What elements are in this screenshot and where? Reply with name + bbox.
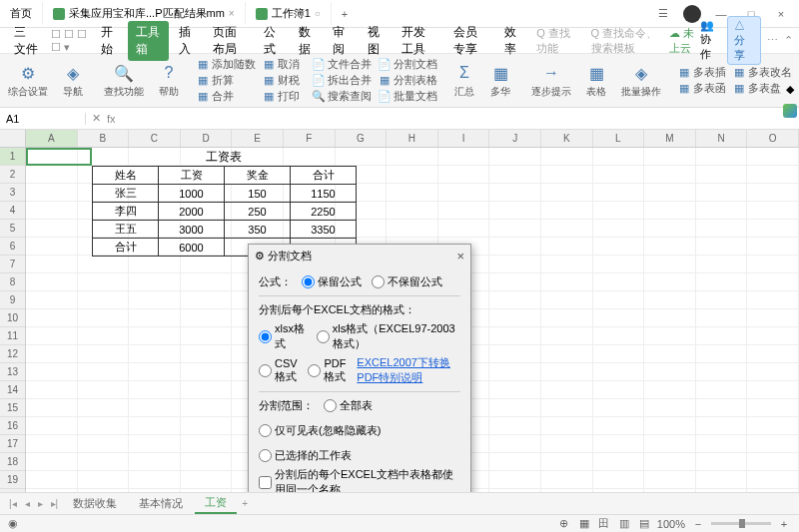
sheet-nav-prev[interactable]: ◂ [22,498,33,509]
row-header[interactable]: 7 [0,256,25,273]
fx-button[interactable]: fx [107,113,116,125]
radio-drop-formula[interactable]: 不保留公式 [372,274,442,289]
col-header[interactable]: J [489,130,541,147]
radio-selected[interactable]: 已选择的工作表 [259,448,352,463]
ribbon-item[interactable]: 📄分割文档 [378,57,437,72]
sheet-tab[interactable]: 基本情况 [129,494,193,513]
col-header[interactable]: L [593,130,645,147]
row-header[interactable]: 18 [0,453,25,471]
col-header[interactable]: F [284,130,336,147]
radio-visible[interactable]: 仅可见表(忽略隐藏表) [259,423,381,438]
row-header[interactable]: 8 [0,273,25,291]
col-header[interactable]: M [644,130,696,147]
menu-layout[interactable]: 页面布局 [205,21,254,61]
sheet-tab-active[interactable]: 工资 [195,493,237,514]
ribbon-item[interactable]: ▦分割表格 [378,73,437,88]
ribbon-settings[interactable]: ⚙综合设置 [4,62,52,99]
close-icon[interactable]: ○ [315,8,321,19]
share-button[interactable]: △ 分享 [727,16,761,65]
col-header[interactable]: K [541,130,593,147]
menu-view[interactable]: 视图 [360,21,393,61]
table-cell[interactable]: 1150 [291,185,357,203]
col-header[interactable]: B [78,130,130,147]
more-icon[interactable]: ⋯ [767,34,778,47]
view-icon[interactable]: ▦ [577,517,591,531]
col-header[interactable]: D [181,130,233,147]
menu-member[interactable]: 会员专享 [445,21,494,61]
radio-xls[interactable]: xls格式（EXCEL97-2003格式） [317,321,460,351]
sheet-tab[interactable]: 数据收集 [63,494,127,513]
ribbon-item[interactable]: 📄批量文档 [378,89,437,104]
view-break-icon[interactable]: ▤ [637,517,651,531]
ribbon-table[interactable]: ▦表格 [581,62,611,99]
row-header[interactable]: 2 [0,166,25,184]
name-box[interactable]: A1 [0,113,86,125]
row-header[interactable]: 17 [0,435,25,453]
record-icon[interactable]: ◉ [8,517,18,530]
ribbon-hint[interactable]: →逐步提示 [527,62,575,99]
search-feature[interactable]: Q 查找功能 [536,26,574,56]
view-normal-icon[interactable]: 田 [597,517,611,531]
table-cell[interactable]: 张三 [93,185,159,203]
pdf-help-link[interactable]: EXCEL2007下转换PDF特别说明 [357,355,460,385]
row-header[interactable]: 15 [0,399,25,417]
zoom-slider[interactable] [711,522,771,525]
table-cell[interactable]: 150 [225,185,291,203]
ribbon-item[interactable]: 📄文件合并 [312,57,372,72]
ribbon-item[interactable]: ▦打印 [262,89,300,104]
file-menu[interactable]: 三 文件 [6,21,49,61]
col-header[interactable]: N [696,130,748,147]
coop-button[interactable]: 👥 协作 [700,19,721,62]
ribbon-item[interactable]: ▦多表插 [677,65,726,80]
table-cell[interactable]: 李四 [93,203,159,221]
row-header[interactable]: 9 [0,291,25,309]
col-header[interactable]: C [129,130,181,147]
menu-toolbox[interactable]: 工具箱 [128,21,169,61]
table-cell[interactable]: 2250 [291,203,357,221]
row-header[interactable]: 11 [0,327,25,345]
col-header[interactable]: G [336,130,388,147]
zoom-value[interactable]: 100% [657,518,685,530]
view-page-icon[interactable]: ▥ [617,517,631,531]
radio-csv[interactable]: CSV格式 [259,357,298,384]
menu-insert[interactable]: 插入 [171,21,204,61]
radio-pdf[interactable]: PDF格式 [308,357,347,384]
sidebar-icon[interactable]: ◆ [781,80,799,98]
sheet-nav-last[interactable]: ▸| [48,498,62,509]
radio-xlsx[interactable]: xlsx格式 [259,321,307,351]
table-cell[interactable]: 3350 [291,221,357,239]
menu-data[interactable]: 数据 [291,21,324,61]
row-header[interactable]: 16 [0,417,25,435]
table-cell[interactable]: 6000 [159,239,225,257]
menu-efficiency[interactable]: 效率 [496,21,529,61]
col-header[interactable]: A [26,130,78,147]
row-header[interactable]: 4 [0,202,25,220]
table-cell[interactable]: 1000 [159,185,225,203]
table-cell[interactable]: 2000 [159,203,225,221]
col-header[interactable]: H [387,130,438,147]
search-template[interactable]: Q 查找命令、搜索模板 [591,26,667,56]
ribbon-find[interactable]: 🔍查找功能 [100,62,148,99]
zoom-out[interactable]: − [691,517,705,531]
zoom-in[interactable]: + [777,517,791,531]
col-header[interactable]: I [438,130,490,147]
ribbon-batch[interactable]: ◈批量操作 [617,62,665,99]
ribbon-item[interactable]: ▦添加随数 [196,57,256,72]
toolbar-icon[interactable]: ☐ ☐ ☐ ☐ ▾ [51,28,91,54]
menu-start[interactable]: 开始 [93,21,126,61]
row-header[interactable]: 14 [0,381,25,399]
ribbon-item[interactable]: ▦折算 [196,73,256,88]
row-header[interactable]: 3 [0,184,25,202]
radio-all[interactable]: 全部表 [324,398,373,413]
sheet-add[interactable]: + [239,498,251,509]
new-tab-button[interactable]: + [332,8,358,20]
row-header[interactable]: 5 [0,220,25,238]
row-header[interactable]: 6 [0,238,25,256]
ribbon-item[interactable]: ▦合并 [196,89,256,104]
ribbon-multi[interactable]: ▦多华 [485,62,515,99]
ribbon-help[interactable]: ?帮助 [154,62,184,99]
table-cell[interactable]: 3000 [159,221,225,239]
expand-icon[interactable]: ⌃ [784,34,793,47]
menu-formula[interactable]: 公式 [256,21,289,61]
ribbon-nav[interactable]: ◈导航 [58,62,88,99]
